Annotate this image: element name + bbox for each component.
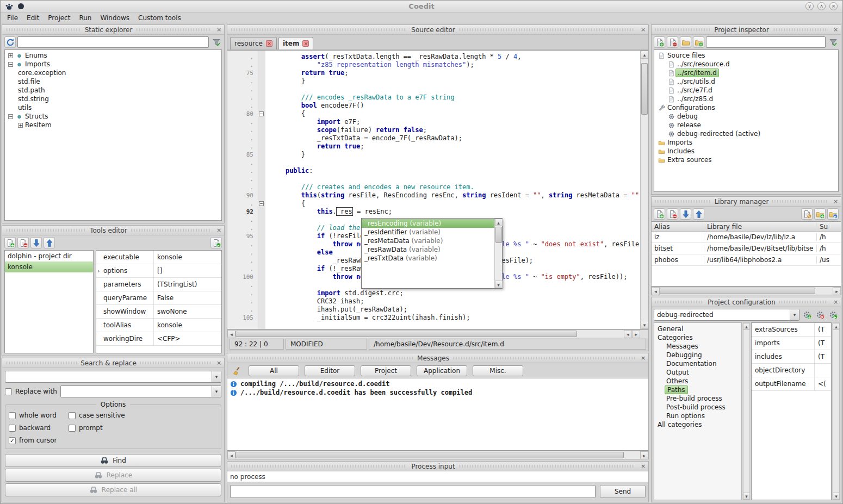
project-tree-item[interactable]: ../src/utils.d [654,77,838,86]
code-line[interactable]: . } [227,77,640,85]
config-category[interactable]: Documentation [654,359,741,368]
code-line[interactable]: 85 } [227,151,640,159]
completion-item[interactable]: _resTxtData (variable) [362,254,494,263]
config-category[interactable]: Categories [654,333,741,342]
expander-icon[interactable]: − [8,62,13,67]
config-category[interactable]: Paths [654,385,741,394]
checkbox-icon[interactable] [9,412,16,419]
property-row[interactable]: toolAliaskonsole [96,319,221,332]
editor-tab-item[interactable]: item× [278,37,314,49]
filter-button[interactable] [210,36,222,48]
project-tree-item[interactable]: Includes [654,147,838,155]
close-icon[interactable]: × [639,354,647,362]
scroll-up-icon[interactable]: ▴ [833,323,840,330]
inspector-filter-button[interactable] [827,36,839,48]
close-icon[interactable]: × [832,198,840,205]
completion-item[interactable]: _resEncoding (variable) [362,219,494,228]
find-button[interactable]: Find [5,454,221,467]
expander-icon[interactable]: + [18,123,23,128]
checkbox-icon[interactable]: ✓ [9,437,16,444]
scroll-down-icon[interactable]: ▾ [833,493,840,500]
option-from-cursor[interactable]: ✓from cursor [9,437,69,444]
menu-custom-tools[interactable]: Custom tools [134,13,185,23]
config-category[interactable]: Output [654,368,741,377]
chevron-down-icon[interactable]: ▾ [212,386,221,397]
scroll-left-icon[interactable]: ◂ [227,451,235,459]
maximize-button[interactable]: ∧ [817,2,826,10]
project-tree-item[interactable]: ../src/resource.d [654,60,838,69]
config-category[interactable]: Pre-build process [654,394,741,403]
process-input-field[interactable] [230,485,596,498]
messages-filter-project[interactable]: Project [361,365,411,376]
remove-configuration-button[interactable]: × [814,309,826,321]
library-table-header[interactable]: AliasLibrary fileSu [652,222,841,232]
code-line[interactable]: . _resTxtData = encode_7F(_resRawData); [227,134,640,142]
config-category[interactable]: All categories [654,420,741,429]
library-row[interactable]: iz/home/basile/Dev/Iz/lib/iz.a/h [652,232,841,243]
clear-messages-button[interactable] [231,365,242,376]
symbol-tree-item[interactable]: −Structs [5,112,221,121]
completion-item[interactable]: _resMetaData (variable) [362,237,494,245]
shade-button[interactable]: ∨ [805,2,814,10]
project-tree-item[interactable]: Imports [654,138,838,147]
menu-edit[interactable]: Edit [22,13,44,23]
scroll-right-icon[interactable]: ▸ [640,451,648,459]
messages-filter-misc[interactable]: Misc. [473,365,523,376]
add-configuration-button[interactable]: + [801,309,813,321]
close-tab-icon[interactable]: × [302,40,309,47]
config-property-row[interactable]: includes(T [752,350,831,364]
message-row[interactable]: compiling /.../build/resource.d.coedit [227,379,648,388]
scroll-left-icon[interactable]: ◂ [624,330,632,338]
symbol-tree-item[interactable]: std.file [5,77,221,86]
code-line[interactable]: . [227,85,640,94]
code-line[interactable]: . [227,175,640,183]
library-row[interactable]: phobos/usr/lib64/libphobos2.a/us [652,254,841,266]
tool-list-item[interactable]: konsole [5,262,93,272]
library-row[interactable]: bitset/home/basile/Dev/Bitset/lib/bitse/… [652,243,841,254]
config-property-row[interactable]: outputFilename<( [752,377,831,391]
code-line[interactable]: 80− { [227,110,640,118]
scroll-down-icon[interactable]: ▾ [743,493,750,500]
property-row[interactable]: showWindowswoNone [96,305,221,319]
config-property-row[interactable]: extraSources(T [752,323,831,337]
scroll-right-icon[interactable]: ▸ [632,330,640,338]
move-library-down-button[interactable] [680,208,691,220]
replace-button[interactable]: Replace [5,469,221,482]
checkbox-icon[interactable] [69,425,76,432]
completion-item[interactable]: _resIdentifier (variable) [362,228,494,237]
symbol-tree-item[interactable]: +Enums [5,51,221,60]
checkbox-icon[interactable] [69,412,76,419]
config-category[interactable]: Others [654,377,741,385]
code-line[interactable]: . ihash.put(_resRawData); [227,306,640,314]
move-tool-down-button[interactable] [30,237,42,248]
project-tree-item[interactable]: ../src/z85.d [654,95,838,103]
close-button[interactable]: × [829,2,838,10]
close-tab-icon[interactable]: × [266,40,272,47]
fold-icon[interactable]: − [259,111,264,116]
code-line[interactable]: .− { [227,200,640,208]
messages-horizontal-scrollbar[interactable]: ◂ ▸ [227,451,648,459]
refresh-button[interactable] [4,36,16,48]
code-line[interactable]: . scope(failure) return false; [227,126,640,134]
symbol-tree-item[interactable]: std.path [5,86,221,95]
add-tool-button[interactable]: + [4,237,16,248]
scroll-left-icon[interactable]: ◂ [227,330,235,338]
add-folder-button[interactable] [680,36,691,48]
expander-icon[interactable]: − [8,114,13,119]
project-tree-item[interactable]: ../src/item.d [654,69,838,77]
editor-vertical-scrollbar[interactable]: ▴ ▾ [640,51,648,329]
code-line[interactable]: . "z85 representation length mismatches"… [227,61,640,69]
add-source-button[interactable]: + [654,36,665,48]
replace-all-button[interactable]: Replace all [5,483,221,496]
scroll-down-icon[interactable]: ▾ [495,281,503,288]
project-tree-item[interactable]: Source files [654,51,838,60]
remove-source-button[interactable]: − [667,36,678,48]
inspector-filter-input[interactable] [706,36,826,48]
property-row[interactable]: ›options[] [96,264,221,278]
scroll-up-icon[interactable]: ▴ [495,219,503,226]
option-backward[interactable]: backward [9,424,69,432]
menu-windows[interactable]: Windows [96,13,134,23]
config-property-row[interactable]: objectDirectory [752,364,831,377]
scroll-up-icon[interactable]: ▴ [743,323,750,330]
code-line[interactable]: . CRC32 ihash; [227,297,640,306]
